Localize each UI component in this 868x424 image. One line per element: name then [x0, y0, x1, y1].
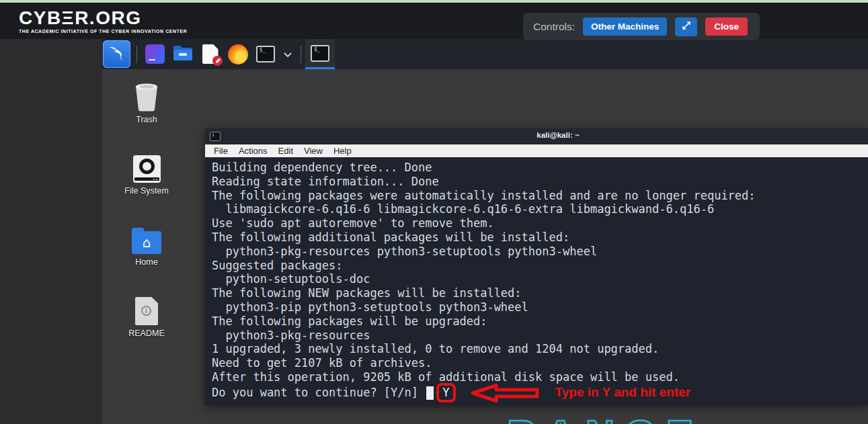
file-system-icon — [133, 152, 161, 183]
desktop-icon-label: Home — [135, 257, 157, 267]
desktop-icon-label: File System — [124, 186, 168, 196]
menu-help[interactable]: Help — [328, 146, 357, 156]
terminal-menu-bar: File Actions Edit View Help — [205, 144, 868, 157]
close-button[interactable]: Close — [705, 17, 748, 36]
annotation-text: Type in Y and hit enter — [555, 386, 691, 400]
editor-badge-icon — [212, 56, 223, 66]
taskbar-terminal-window-button[interactable]: $_ — [305, 39, 335, 69]
file-manager-button[interactable] — [172, 44, 193, 65]
menu-file[interactable]: File — [208, 146, 233, 156]
terminal-dropdown-button[interactable] — [282, 44, 293, 65]
desktop-icon-trash[interactable]: Trash — [112, 81, 182, 124]
home-folder-icon: ⌂ — [132, 223, 161, 254]
desktop-icon-readme[interactable]: i README — [112, 294, 182, 338]
terminal-window: ❯ kali@kali: ~ File Actions Edit View He… — [205, 128, 868, 405]
other-machines-button[interactable]: Other Machines — [583, 17, 667, 36]
desktop-icon-label: README — [128, 329, 164, 338]
terminal-output-text: Building dependency tree... Done Reading… — [212, 161, 868, 384]
desktop-watermark-range: RANGE — [507, 415, 703, 424]
text-editor-button[interactable] — [200, 44, 221, 65]
taskbar-separator — [136, 46, 137, 63]
readme-doc-icon: i — [135, 294, 158, 325]
annotation-arrow-icon — [471, 383, 539, 403]
terminal-prompt-line: Do you want to continue? [Y/n] Y Type in… — [212, 384, 868, 402]
remote-desktop[interactable]: CYBΞR.ORG RANGE $_ — [102, 39, 868, 424]
typed-response-highlight: Y — [436, 383, 455, 402]
controls-label: Controls: — [533, 21, 575, 33]
kali-dragon-icon — [108, 44, 126, 65]
trash-icon — [132, 81, 161, 112]
terminal-launcher-button[interactable]: $_ — [255, 44, 276, 65]
app-grid-icon — [145, 44, 165, 64]
fullscreen-button[interactable] — [675, 17, 697, 36]
firefox-icon — [228, 44, 248, 65]
terminal-window-title: kali@kali: ~ — [205, 131, 868, 139]
terminal-icon: $_ — [311, 45, 329, 62]
taskbar: $_ $_ — [102, 39, 868, 69]
terminal-icon: $_ — [256, 46, 275, 62]
cyber-org-logo: CYBΞR.ORG THE ACADEMIC INITIATIVE OF THE… — [19, 8, 187, 34]
kali-menu-button[interactable] — [103, 40, 130, 68]
firefox-button[interactable] — [227, 44, 248, 65]
top-banner: CYBΞR.ORG THE ACADEMIC INITIATIVE OF THE… — [0, 0, 868, 39]
logo-tagline: THE ACADEMIC INITIATIVE OF THE CYBER INN… — [19, 29, 187, 34]
folder-icon — [173, 44, 193, 65]
expand-icon — [681, 20, 692, 33]
terminal-title-bar[interactable]: ❯ kali@kali: ~ — [205, 128, 868, 144]
terminal-cursor — [426, 386, 434, 400]
menu-view[interactable]: View — [299, 146, 328, 156]
prompt-text: Do you want to continue? [Y/n] — [212, 386, 425, 400]
terminal-output-area[interactable]: Building dependency tree... Done Reading… — [205, 157, 868, 405]
controls-panel: Controls: Other Machines Close — [523, 13, 760, 40]
app-grid-button[interactable] — [145, 44, 165, 65]
chevron-down-icon — [284, 48, 292, 60]
desktop-icon-home[interactable]: ⌂ Home — [112, 223, 182, 267]
menu-edit[interactable]: Edit — [273, 146, 299, 156]
desktop-icon-label: Trash — [136, 115, 157, 124]
logo-text: CYBΞR.ORG — [19, 8, 187, 28]
desktop-icon-file-system[interactable]: File System — [112, 152, 182, 196]
taskbar-separator — [301, 46, 301, 63]
menu-actions[interactable]: Actions — [233, 146, 273, 156]
